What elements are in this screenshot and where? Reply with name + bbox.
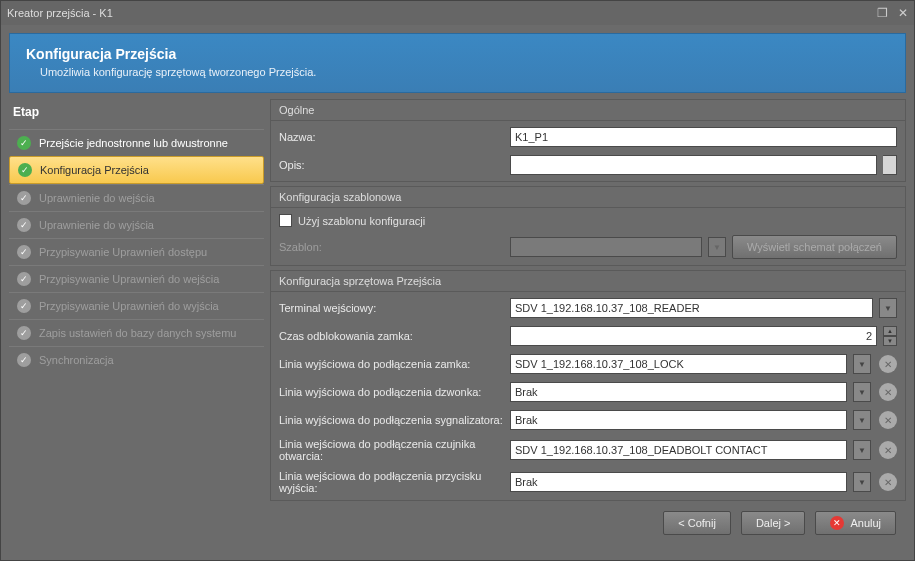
lock-line-dropdown-icon[interactable]: ▼ <box>853 354 871 374</box>
terminal-dropdown-icon[interactable]: ▼ <box>879 298 897 318</box>
template-dropdown-icon: ▼ <box>708 237 726 257</box>
desc-expand-icon[interactable] <box>883 155 897 175</box>
footer: < Cofnij Dalej > ✕ Anuluj <box>270 505 906 541</box>
sensor-line-select[interactable] <box>510 440 847 460</box>
cancel-button[interactable]: ✕ Anuluj <box>815 511 896 535</box>
signal-line-dropdown-icon[interactable]: ▼ <box>853 410 871 430</box>
bell-line-clear-icon[interactable]: ✕ <box>879 383 897 401</box>
unlock-time-spinner[interactable]: ▲ ▼ <box>883 326 897 346</box>
exit-button-line-clear-icon[interactable]: ✕ <box>879 473 897 491</box>
wizard-step: ✓Uprawnienie do wejścia <box>9 184 264 211</box>
wizard-step: ✓Przypisywanie Uprawnień do wejścia <box>9 265 264 292</box>
wizard-step-label: Synchronizacja <box>39 354 114 366</box>
group-template-header: Konfiguracja szablonowa <box>271 187 905 208</box>
wizard-step: ✓Uprawnienie do wyjścia <box>9 211 264 238</box>
banner-subtitle: Umożliwia konfigurację sprzętową tworzon… <box>26 66 889 78</box>
unlock-time-label: Czas odblokowania zamka: <box>279 330 504 342</box>
back-button[interactable]: < Cofnij <box>663 511 731 535</box>
check-icon: ✓ <box>17 353 31 367</box>
name-label: Nazwa: <box>279 131 504 143</box>
show-schema-button: Wyświetl schemat połączeń <box>732 235 897 259</box>
group-general-header: Ogólne <box>271 100 905 121</box>
check-icon: ✓ <box>17 191 31 205</box>
wizard-step-label: Uprawnienie do wejścia <box>39 192 155 204</box>
main-panel: Ogólne Nazwa: Opis: <box>270 99 906 552</box>
signal-line-select[interactable] <box>510 410 847 430</box>
exit-button-line-dropdown-icon[interactable]: ▼ <box>853 472 871 492</box>
sidebar-title: Etap <box>9 99 264 129</box>
content-area: Konfiguracja Przejścia Umożliwia konfigu… <box>1 25 914 560</box>
bell-line-dropdown-icon[interactable]: ▼ <box>853 382 871 402</box>
name-input[interactable] <box>510 127 897 147</box>
cancel-icon: ✕ <box>830 516 844 530</box>
desc-input[interactable] <box>510 155 877 175</box>
use-template-checkbox[interactable] <box>279 214 292 227</box>
lock-line-select[interactable] <box>510 354 847 374</box>
unlock-time-input[interactable] <box>510 326 877 346</box>
wizard-step: ✓Przypisywanie Uprawnień do wyjścia <box>9 292 264 319</box>
wizard-step: ✓Zapis ustawień do bazy danych systemu <box>9 319 264 346</box>
wizard-step-label: Konfiguracja Przejścia <box>40 164 149 176</box>
lock-line-clear-icon[interactable]: ✕ <box>879 355 897 373</box>
exit-button-line-select[interactable] <box>510 472 847 492</box>
wizard-step-label: Uprawnienie do wyjścia <box>39 219 154 231</box>
cancel-button-label: Anuluj <box>850 517 881 529</box>
next-button[interactable]: Dalej > <box>741 511 806 535</box>
sensor-line-clear-icon[interactable]: ✕ <box>879 441 897 459</box>
use-template-label: Użyj szablonu konfiguracji <box>298 215 425 227</box>
titlebar: Kreator przejścia - K1 ❐ ✕ <box>1 1 914 25</box>
spinner-down-icon[interactable]: ▼ <box>883 336 897 346</box>
banner-title: Konfiguracja Przejścia <box>26 46 889 62</box>
desc-label: Opis: <box>279 159 504 171</box>
wizard-step: ✓Przypisywanie Uprawnień dostępu <box>9 238 264 265</box>
banner: Konfiguracja Przejścia Umożliwia konfigu… <box>9 33 906 93</box>
titlebar-controls: ❐ ✕ <box>877 6 908 20</box>
wizard-step-label: Przypisywanie Uprawnień dostępu <box>39 246 207 258</box>
check-icon: ✓ <box>17 299 31 313</box>
check-icon: ✓ <box>17 326 31 340</box>
terminal-label: Terminal wejściowy: <box>279 302 504 314</box>
bell-line-select[interactable] <box>510 382 847 402</box>
sensor-line-label: Linia wejściowa do podłączenia czujnika … <box>279 438 504 462</box>
sensor-line-dropdown-icon[interactable]: ▼ <box>853 440 871 460</box>
lock-line-label: Linia wyjściowa do podłączenia zamka: <box>279 358 504 370</box>
close-icon[interactable]: ✕ <box>898 6 908 20</box>
check-icon: ✓ <box>17 218 31 232</box>
wizard-step[interactable]: ✓Konfiguracja Przejścia <box>9 156 264 184</box>
template-select <box>510 237 702 257</box>
signal-line-clear-icon[interactable]: ✕ <box>879 411 897 429</box>
check-icon: ✓ <box>18 163 32 177</box>
sidebar: Etap ✓Przejście jednostronne lub dwustro… <box>9 99 264 552</box>
group-hardware-header: Konfiguracja sprzętowa Przejścia <box>271 271 905 292</box>
wizard-window: Kreator przejścia - K1 ❐ ✕ Konfiguracja … <box>0 0 915 561</box>
wizard-step-label: Przypisywanie Uprawnień do wyjścia <box>39 300 219 312</box>
group-hardware: Konfiguracja sprzętowa Przejścia Termina… <box>270 270 906 501</box>
exit-button-line-label: Linia wejściowa do podłączenia przycisku… <box>279 470 504 494</box>
check-icon: ✓ <box>17 136 31 150</box>
wizard-step-label: Przypisywanie Uprawnień do wejścia <box>39 273 219 285</box>
body: Etap ✓Przejście jednostronne lub dwustro… <box>9 99 906 552</box>
check-icon: ✓ <box>17 272 31 286</box>
check-icon: ✓ <box>17 245 31 259</box>
group-template: Konfiguracja szablonowa Użyj szablonu ko… <box>270 186 906 266</box>
wizard-step-label: Zapis ustawień do bazy danych systemu <box>39 327 237 339</box>
terminal-select[interactable] <box>510 298 873 318</box>
bell-line-label: Linia wyjściowa do podłączenia dzwonka: <box>279 386 504 398</box>
wizard-step[interactable]: ✓Przejście jednostronne lub dwustronne <box>9 129 264 156</box>
signal-line-label: Linia wyjściowa do podłączenia sygnaliza… <box>279 414 504 426</box>
group-general: Ogólne Nazwa: Opis: <box>270 99 906 182</box>
wizard-step: ✓Synchronizacja <box>9 346 264 373</box>
spinner-up-icon[interactable]: ▲ <box>883 326 897 336</box>
wizard-step-label: Przejście jednostronne lub dwustronne <box>39 137 228 149</box>
restore-icon[interactable]: ❐ <box>877 6 888 20</box>
window-title: Kreator przejścia - K1 <box>7 7 877 19</box>
template-label: Szablon: <box>279 241 504 253</box>
